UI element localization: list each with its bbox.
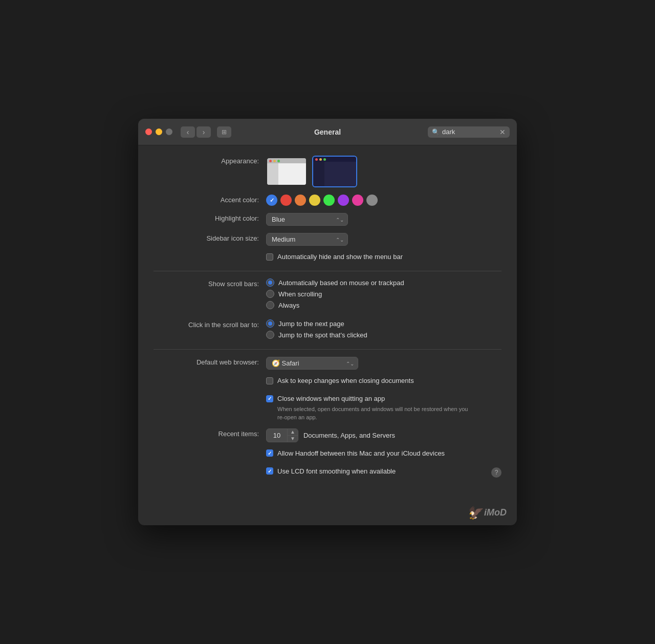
jump-spot-row[interactable]: Jump to the spot that's clicked [266,331,501,339]
highlight-color-row: Highlight color: Blue Red Orange [154,213,501,226]
lcd-smoothing-label [154,467,266,469]
divider-1 [154,271,501,271]
close-windows-checkbox-row[interactable]: Close windows when quitting an app [266,395,501,402]
sidebar-icon-size-label: Sidebar icon size: [154,233,266,242]
handoff-label [154,449,266,451]
menu-bar-controls: Automatically hide and show the menu bar [266,253,501,264]
appearance-row: Appearance: [154,156,501,187]
accent-graphite[interactable] [366,195,378,206]
keep-changes-checkbox-row[interactable]: Ask to keep changes when closing documen… [266,377,501,384]
keep-changes-checkbox-label: Ask to keep changes when closing documen… [277,377,414,384]
jump-next-page-radio[interactable] [266,319,274,328]
recent-items-label: Recent items: [154,428,266,438]
keep-changes-controls: Ask to keep changes when closing documen… [266,377,501,388]
lcd-smoothing-checkbox[interactable] [266,467,273,475]
jump-next-page-row[interactable]: Jump to the next page [266,319,501,328]
lcd-smoothing-checkbox-row[interactable]: Use LCD font smoothing when available [266,467,491,475]
accent-green[interactable] [323,195,335,206]
back-button[interactable]: ‹ [181,126,195,138]
default-browser-row: Default web browser: 🧭 Safari Chrome Fir… [154,357,501,370]
sidebar-icon-size-select[interactable]: Small Medium Large [266,233,348,246]
appearance-dark-option[interactable] [312,156,357,187]
close-windows-label [154,395,266,396]
click-scroll-bar-row: Click in the scroll bar to: Jump to the … [154,319,501,342]
sidebar-icon-size-controls: Small Medium Large [266,233,501,246]
search-clear-icon[interactable]: ✕ [499,128,506,136]
scroll-bars-auto-row[interactable]: Automatically based on mouse or trackpad [266,278,501,287]
stepper-buttons: ▲ ▼ [287,429,298,442]
accent-color-row: Accent color: [154,195,501,206]
keep-changes-label [154,377,266,378]
default-browser-label: Default web browser: [154,357,266,366]
divider-2 [154,349,501,350]
maximize-button[interactable] [166,128,172,135]
sidebar-icon-size-select-wrapper: Small Medium Large [266,233,348,246]
accent-color-controls [266,195,501,206]
sidebar-icon-size-row: Sidebar icon size: Small Medium Large [154,233,501,246]
accent-yellow[interactable] [309,195,320,206]
scroll-bars-always-row[interactable]: Always [266,301,501,309]
scroll-bars-row: Show scroll bars: Automatically based on… [154,278,501,312]
scroll-bars-scrolling-label: When scrolling [278,290,322,298]
close-windows-controls: Close windows when quitting an app When … [266,395,501,421]
default-browser-select[interactable]: 🧭 Safari Chrome Firefox [266,357,358,370]
highlight-color-label: Highlight color: [154,213,266,222]
lcd-smoothing-controls: Use LCD font smoothing when available ? [266,467,501,478]
recent-items-controls: 10 ▲ ▼ Documents, Apps, and Servers [266,428,501,442]
scroll-bars-controls: Automatically based on mouse or trackpad… [266,278,501,312]
accent-blue[interactable] [266,195,277,206]
grid-button[interactable]: ⊞ [217,126,231,138]
default-browser-controls: 🧭 Safari Chrome Firefox [266,357,501,370]
handoff-controls: Allow Handoff between this Mac and your … [266,449,501,460]
accent-color-label: Accent color: [154,195,266,204]
menu-bar-label [154,253,266,254]
help-button[interactable]: ? [491,467,501,478]
recent-items-value: 10 [267,430,287,441]
system-preferences-window: ‹ › ⊞ General 🔍 ✕ Appearance: [138,119,517,525]
appearance-label: Appearance: [154,156,266,165]
scroll-bars-always-label: Always [278,302,299,309]
highlight-color-select[interactable]: Blue Red Orange [266,213,348,226]
scroll-bars-always-radio[interactable] [266,301,274,309]
search-icon: 🔍 [432,128,440,136]
close-windows-checkbox[interactable] [266,395,273,402]
menu-bar-checkbox-row[interactable]: Automatically hide and show the menu bar [266,253,501,261]
keep-changes-checkbox[interactable] [266,377,273,384]
watermark-icon: 🦅 [467,506,482,520]
accent-pink[interactable] [352,195,363,206]
recent-items-stepper: 10 ▲ ▼ [266,428,298,442]
jump-spot-label: Jump to the spot that's clicked [278,331,367,339]
handoff-checkbox-row[interactable]: Allow Handoff between this Mac and your … [266,449,501,457]
jump-spot-radio[interactable] [266,331,274,339]
close-windows-row: Close windows when quitting an app When … [154,395,501,421]
watermark: 🦅 iMoD [138,501,517,525]
search-input[interactable] [442,128,497,136]
watermark-text: iMoD [484,507,507,518]
nav-buttons: ‹ › [181,126,211,138]
appearance-light-option[interactable] [266,157,307,186]
jump-next-page-label: Jump to the next page [278,320,344,328]
accent-purple[interactable] [338,195,349,206]
stepper-down-button[interactable]: ▼ [288,436,298,442]
forward-button[interactable]: › [196,126,211,138]
menu-bar-checkbox-label: Automatically hide and show the menu bar [277,253,403,261]
scroll-bars-label: Show scroll bars: [154,278,266,288]
lcd-smoothing-checkbox-label: Use LCD font smoothing when available [277,467,396,475]
close-button[interactable] [145,128,152,135]
scroll-bars-scrolling-radio[interactable] [266,290,274,298]
accent-red[interactable] [280,195,292,206]
settings-content: Appearance: [138,145,517,501]
stepper-up-button[interactable]: ▲ [288,429,298,436]
scroll-bars-auto-radio[interactable] [266,278,274,287]
keep-changes-row: Ask to keep changes when closing documen… [154,377,501,388]
window-title: General [314,128,341,136]
accent-orange[interactable] [295,195,306,206]
highlight-color-select-wrapper: Blue Red Orange [266,213,348,226]
minimize-button[interactable] [156,128,162,135]
traffic-lights [145,128,172,135]
recent-items-row: Recent items: 10 ▲ ▼ Documents, Apps, an… [154,428,501,442]
default-browser-select-wrapper: 🧭 Safari Chrome Firefox [266,357,358,370]
scroll-bars-scrolling-row[interactable]: When scrolling [266,290,501,298]
handoff-checkbox[interactable] [266,449,273,457]
menu-bar-checkbox[interactable] [266,253,273,261]
